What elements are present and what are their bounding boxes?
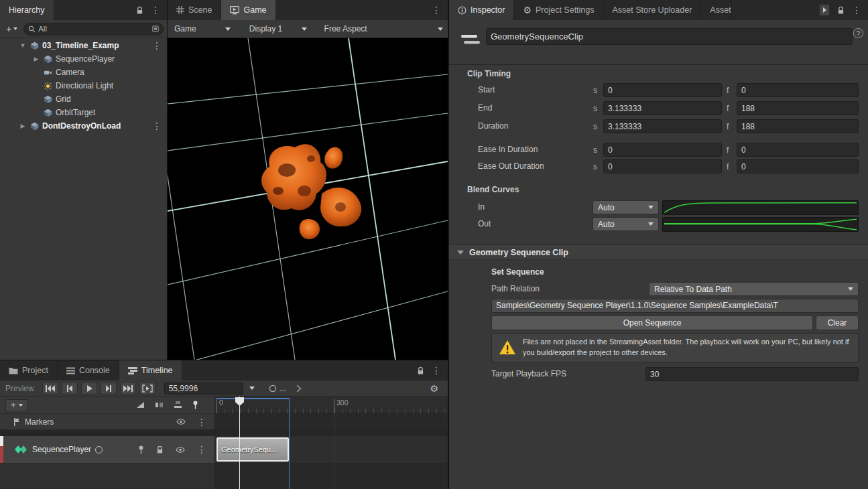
tab-scene[interactable]: Scene bbox=[168, 0, 221, 20]
search-input[interactable] bbox=[38, 25, 149, 33]
tab-game[interactable]: Game bbox=[221, 0, 275, 20]
hierarchy-search[interactable] bbox=[23, 23, 164, 36]
tab-scroll-right-button[interactable] bbox=[819, 4, 830, 16]
replace-mode-icon[interactable] bbox=[174, 401, 182, 409]
timeline-left-column: + bbox=[0, 397, 214, 489]
hierarchy-item-grid[interactable]: Grid bbox=[0, 92, 167, 106]
item-options-icon[interactable]: ⋮ bbox=[152, 41, 162, 50]
eye-icon[interactable] bbox=[176, 447, 185, 453]
kebab-menu-icon[interactable]: ⋮ bbox=[432, 366, 441, 375]
goto-start-button[interactable] bbox=[42, 382, 58, 395]
hierarchy-item-camera[interactable]: Camera bbox=[0, 66, 167, 79]
tab-inspector[interactable]: Inspector bbox=[449, 0, 514, 20]
kebab-menu-icon[interactable]: ⋮ bbox=[151, 5, 160, 15]
preview-toggle[interactable]: Preview bbox=[5, 384, 34, 393]
lock-icon[interactable] bbox=[156, 445, 164, 454]
goto-end-button[interactable] bbox=[120, 382, 136, 395]
tab-timeline[interactable]: Timeline bbox=[119, 360, 182, 380]
item-label: SequencePlayer bbox=[56, 54, 115, 64]
tab-hierarchy[interactable]: Hierarchy bbox=[0, 0, 54, 20]
hierarchy-item-sequenceplayer[interactable]: ▶ SequencePlayer bbox=[0, 52, 167, 66]
item-options-icon[interactable]: ⋮ bbox=[152, 121, 162, 131]
help-icon[interactable]: ? bbox=[853, 28, 863, 38]
foldout-closed-icon[interactable]: ▶ bbox=[19, 119, 27, 133]
timeline-icon bbox=[128, 367, 137, 374]
start-seconds-input[interactable] bbox=[603, 83, 722, 97]
lock-icon[interactable] bbox=[136, 6, 143, 15]
time-format-dropdown[interactable] bbox=[247, 382, 257, 395]
edit-mode-buttons bbox=[136, 401, 198, 409]
game-mode-dropdown[interactable]: Game bbox=[170, 20, 235, 38]
search-filter-icon[interactable] bbox=[152, 25, 159, 32]
bottom-tab-tools: ⋮ bbox=[410, 360, 448, 380]
record-toggle-icon[interactable] bbox=[95, 446, 103, 453]
ease-in-seconds-input[interactable] bbox=[603, 143, 722, 157]
markers-lane[interactable] bbox=[215, 414, 448, 430]
lock-icon[interactable] bbox=[837, 6, 845, 15]
sequence-path-field[interactable]: Samples\Geometry Sequence Player\1.1.0\S… bbox=[491, 299, 859, 313]
lock-icon[interactable] bbox=[417, 366, 424, 375]
pin-icon[interactable] bbox=[192, 401, 198, 409]
hierarchy-item-scene[interactable]: ▼ 03_Timeline_Examp ⋮ bbox=[0, 39, 167, 52]
kebab-menu-icon[interactable]: ⋮ bbox=[197, 445, 206, 454]
geometry-sequence-clip-section[interactable]: Geometry Sequence Clip bbox=[449, 244, 868, 260]
target-fps-input[interactable] bbox=[645, 367, 859, 381]
foldout-open-icon[interactable]: ▼ bbox=[19, 39, 27, 52]
tab-project-settings[interactable]: ⚙ Project Settings bbox=[514, 0, 603, 20]
eye-icon[interactable] bbox=[176, 419, 186, 425]
tab-asset-store-uploader[interactable]: Asset Store Uploader bbox=[604, 0, 702, 20]
timeline-settings-icon[interactable]: ⚙ bbox=[430, 384, 438, 393]
aspect-dropdown[interactable]: Free Aspect bbox=[320, 20, 448, 38]
ease-out-seconds-input[interactable] bbox=[603, 159, 722, 173]
timeline-asset-breadcrumb[interactable]: ... bbox=[269, 384, 286, 393]
row-end: End s f bbox=[449, 101, 868, 116]
game-viewport[interactable] bbox=[168, 38, 448, 360]
ease-out-frames-input[interactable] bbox=[737, 159, 859, 173]
row-blend-in: In Auto bbox=[449, 200, 868, 215]
ease-in-frames-input[interactable] bbox=[737, 143, 859, 157]
blend-out-curve-field[interactable] bbox=[662, 217, 859, 232]
add-track-button[interactable]: + bbox=[5, 399, 28, 411]
frames-prefix: f bbox=[727, 122, 729, 131]
foldout-closed-icon[interactable]: ▶ bbox=[32, 52, 40, 66]
duration-frames-input[interactable] bbox=[737, 119, 859, 133]
bottom-tabbar: Project Console Timeline ⋮ bbox=[0, 360, 448, 380]
mix-mode-icon[interactable] bbox=[136, 401, 145, 409]
create-menu-button[interactable]: + bbox=[3, 23, 20, 34]
display-dropdown[interactable]: Display 1 bbox=[245, 20, 312, 38]
sequenceplayer-track-header[interactable]: SequencePlayer ⋮ bbox=[0, 436, 214, 464]
tab-console[interactable]: Console bbox=[58, 360, 119, 380]
pin-icon[interactable] bbox=[138, 445, 144, 454]
duration-seconds-input[interactable] bbox=[603, 119, 722, 133]
end-seconds-input[interactable] bbox=[603, 101, 722, 115]
timeline-clip[interactable]: GeometrySequ... bbox=[216, 437, 289, 462]
timeline-ruler[interactable]: 0 300 bbox=[215, 397, 448, 414]
sequenceplayer-track-lane[interactable]: GeometrySequ... bbox=[215, 436, 448, 464]
current-time-field[interactable] bbox=[164, 382, 243, 395]
open-sequence-button[interactable]: Open Sequence bbox=[491, 316, 813, 330]
play-range-button[interactable] bbox=[139, 382, 156, 395]
clear-button[interactable]: Clear bbox=[816, 316, 859, 330]
tab-asset-clipped[interactable]: Asset bbox=[701, 0, 731, 20]
kebab-menu-icon[interactable]: ⋮ bbox=[852, 5, 861, 15]
markers-track-header[interactable]: Markers ⋮ bbox=[0, 414, 214, 430]
kebab-menu-icon[interactable]: ⋮ bbox=[432, 5, 441, 15]
blend-in-curve-field[interactable] bbox=[662, 200, 859, 215]
path-relation-dropdown[interactable]: Relative To Data Path bbox=[649, 282, 859, 296]
ripple-mode-icon[interactable] bbox=[155, 401, 164, 409]
blend-out-dropdown[interactable]: Auto bbox=[593, 217, 659, 231]
hierarchy-item-directional-light[interactable]: Directional Light bbox=[0, 79, 167, 92]
play-button[interactable] bbox=[81, 382, 97, 395]
start-frames-input[interactable] bbox=[737, 83, 859, 97]
seconds-prefix: s bbox=[593, 104, 597, 113]
empty-lane-area[interactable] bbox=[215, 464, 448, 489]
blend-in-dropdown[interactable]: Auto bbox=[593, 200, 659, 214]
end-frames-input[interactable] bbox=[737, 101, 859, 115]
clip-name-field[interactable] bbox=[486, 28, 853, 45]
kebab-menu-icon[interactable]: ⋮ bbox=[197, 417, 206, 427]
previous-frame-button[interactable] bbox=[62, 382, 78, 395]
hierarchy-item-dontdestroyonload[interactable]: ▶ DontDestroyOnLoad ⋮ bbox=[0, 119, 167, 133]
tab-project[interactable]: Project bbox=[0, 360, 58, 380]
next-frame-button[interactable] bbox=[101, 382, 117, 395]
hierarchy-item-orbittarget[interactable]: OrbitTarget bbox=[0, 106, 167, 119]
